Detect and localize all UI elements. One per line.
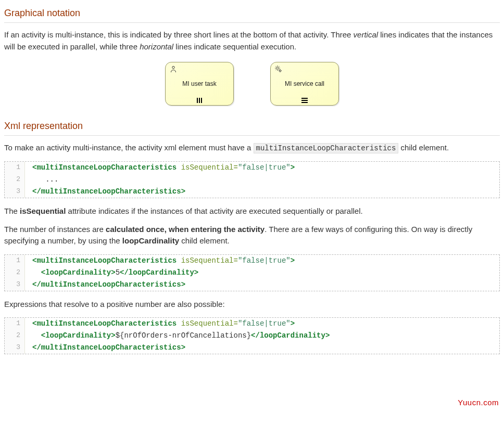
text-strong: isSequential	[20, 207, 66, 215]
sequential-marker-icon	[301, 98, 308, 103]
svg-point-1	[276, 67, 279, 69]
service-task-box: MI service call	[270, 62, 339, 106]
text: The	[4, 207, 20, 215]
code-tag: >	[291, 319, 295, 328]
heading-graphical-notation: Graphical notation	[4, 6, 500, 23]
code-tag: <loopCardinality>	[32, 268, 116, 277]
code-tag: <multiInstanceLoopCharacteristics	[32, 163, 177, 172]
paragraph: To make an activity multi-instance, the …	[4, 142, 500, 154]
user-task-box: MI user task	[165, 62, 234, 106]
text-strong: loopCardinality	[122, 236, 179, 245]
text: child element.	[179, 236, 230, 245]
code-attr: isSequential=	[177, 319, 238, 328]
text-emphasis: vertical	[354, 30, 379, 39]
code-tag: </multiInstanceLoopCharacteristics>	[32, 343, 185, 352]
svg-point-0	[172, 66, 174, 68]
line-number: 3	[5, 279, 25, 291]
text-emphasis: horizontal	[140, 42, 173, 51]
line-number: 3	[5, 342, 25, 354]
text-strong: calculated once, when entering the activ…	[106, 225, 264, 234]
text: child element.	[398, 143, 449, 152]
text: If an activity is multi-instance, this i…	[4, 30, 354, 39]
code-block: 1<multiInstanceLoopCharacteristics isSeq…	[4, 254, 500, 291]
code-text: 5	[116, 268, 120, 277]
code-attr: isSequential=	[177, 163, 238, 172]
user-icon	[169, 65, 178, 73]
code-string: "false|true"	[238, 256, 291, 265]
paragraph: Expressions that resolve to a positive n…	[4, 299, 500, 311]
task-label: MI service call	[285, 79, 324, 88]
line-number: 1	[5, 255, 25, 267]
line-number: 1	[5, 318, 25, 330]
code-tag: </loopCardinality>	[251, 331, 330, 340]
code-tag: <multiInstanceLoopCharacteristics	[32, 319, 177, 328]
text: To make an activity multi-instance, the …	[4, 143, 254, 152]
line-number: 2	[5, 174, 25, 186]
code-tag: </multiInstanceLoopCharacteristics>	[32, 280, 185, 289]
line-number: 2	[5, 267, 25, 279]
bpmn-diagram: MI user task MI service call	[4, 62, 500, 106]
code-string: "false|true"	[238, 319, 291, 328]
parallel-marker-icon	[197, 98, 202, 103]
line-number: 1	[5, 162, 25, 174]
line-number: 2	[5, 330, 25, 342]
code-block: 1<multiInstanceLoopCharacteristics isSeq…	[4, 317, 500, 354]
code-attr: isSequential=	[177, 256, 238, 265]
gear-icon	[274, 65, 283, 73]
code-tag: </loopCardinality>	[120, 268, 198, 277]
code-tag: </multiInstanceLoopCharacteristics>	[32, 187, 185, 196]
text: attribute indicates if the instances of …	[66, 207, 362, 215]
code-tag: <loopCardinality>	[32, 331, 116, 340]
line-number: 3	[5, 186, 25, 198]
text: The number of instances are	[4, 225, 106, 234]
paragraph: The isSequential attribute indicates if …	[4, 205, 500, 217]
code-tag: <multiInstanceLoopCharacteristics	[32, 256, 177, 265]
code-text: ${nrOfOrders-nrOfCancellations}	[116, 331, 251, 340]
code-tag: >	[291, 163, 295, 172]
code-string: "false|true"	[238, 163, 291, 172]
paragraph: If an activity is multi-instance, this i…	[4, 29, 500, 53]
task-label: MI user task	[182, 79, 216, 88]
heading-xml-representation: Xml representation	[4, 119, 500, 136]
inline-code: multiInstanceLoopCharacteristics	[254, 143, 399, 153]
paragraph: The number of instances are calculated o…	[4, 224, 500, 247]
code-tag: >	[291, 256, 295, 265]
code-text: ...	[32, 175, 58, 184]
text: lines indicate sequential execution.	[173, 42, 296, 51]
code-block: 1<multiInstanceLoopCharacteristics isSeq…	[4, 161, 500, 198]
svg-point-2	[279, 70, 281, 71]
